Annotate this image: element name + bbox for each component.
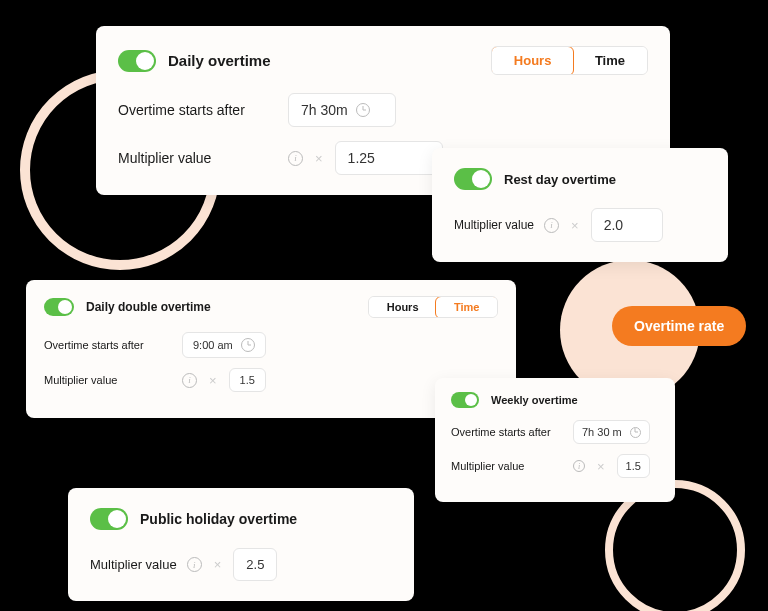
segment-time[interactable]: Time <box>573 47 647 74</box>
multiplier-input[interactable]: 2.5 <box>233 548 277 581</box>
starts-after-label: Overtime starts after <box>451 426 563 438</box>
starts-after-value: 9:00 am <box>193 339 233 351</box>
multiplier-value: 1.5 <box>626 460 641 472</box>
multiplier-label: Multiplier value <box>118 150 278 166</box>
segment-hours[interactable]: Hours <box>369 297 437 317</box>
info-icon[interactable]: i <box>288 151 303 166</box>
multiplier-input[interactable]: 1.25 <box>335 141 443 175</box>
times-symbol: × <box>212 557 224 572</box>
info-icon[interactable]: i <box>187 557 202 572</box>
multiplier-value: 1.5 <box>240 374 255 386</box>
clock-icon <box>630 427 641 438</box>
hours-time-segmented: Hours Time <box>368 296 498 318</box>
multiplier-value: 1.25 <box>348 150 375 166</box>
daily-overtime-toggle[interactable] <box>118 50 156 72</box>
multiplier-label: Multiplier value <box>451 460 563 472</box>
clock-icon <box>241 338 255 352</box>
info-icon[interactable]: i <box>182 373 197 388</box>
weekly-overtime-card: Weekly overtime Overtime starts after 7h… <box>435 378 675 502</box>
times-symbol: × <box>595 459 607 474</box>
info-icon[interactable]: i <box>573 460 585 472</box>
starts-after-input[interactable]: 9:00 am <box>182 332 266 358</box>
starts-after-value: 7h 30 m <box>582 426 622 438</box>
multiplier-input[interactable]: 1.5 <box>617 454 650 478</box>
multiplier-label: Multiplier value <box>454 218 534 232</box>
card-title: Public holiday overtime <box>140 511 297 527</box>
starts-after-label: Overtime starts after <box>44 339 172 351</box>
multiplier-label: Multiplier value <box>44 374 172 386</box>
segment-hours[interactable]: Hours <box>491 46 574 75</box>
multiplier-value: 2.0 <box>604 217 623 233</box>
public-holiday-toggle[interactable] <box>90 508 128 530</box>
times-symbol: × <box>313 151 325 166</box>
rest-day-toggle[interactable] <box>454 168 492 190</box>
clock-icon <box>356 103 370 117</box>
card-title: Weekly overtime <box>491 394 578 406</box>
multiplier-label: Multiplier value <box>90 557 177 572</box>
card-title: Daily double overtime <box>86 300 211 314</box>
public-holiday-overtime-card: Public holiday overtime Multiplier value… <box>68 488 414 601</box>
rest-day-overtime-card: Rest day overtime Multiplier value i × 2… <box>432 148 728 262</box>
starts-after-input[interactable]: 7h 30m <box>288 93 396 127</box>
weekly-overtime-toggle[interactable] <box>451 392 479 408</box>
starts-after-value: 7h 30m <box>301 102 348 118</box>
multiplier-value: 2.5 <box>246 557 264 572</box>
pill-label: Overtime rate <box>634 318 724 334</box>
multiplier-input[interactable]: 1.5 <box>229 368 266 392</box>
double-overtime-toggle[interactable] <box>44 298 74 316</box>
card-title: Daily overtime <box>168 52 271 69</box>
overtime-rate-pill[interactable]: Overtime rate <box>612 306 746 346</box>
starts-after-input[interactable]: 7h 30 m <box>573 420 650 444</box>
times-symbol: × <box>207 373 219 388</box>
starts-after-label: Overtime starts after <box>118 102 278 118</box>
times-symbol: × <box>569 218 581 233</box>
segment-time[interactable]: Time <box>435 296 498 318</box>
card-title: Rest day overtime <box>504 172 616 187</box>
multiplier-input[interactable]: 2.0 <box>591 208 663 242</box>
hours-time-segmented: Hours Time <box>491 46 648 75</box>
info-icon[interactable]: i <box>544 218 559 233</box>
